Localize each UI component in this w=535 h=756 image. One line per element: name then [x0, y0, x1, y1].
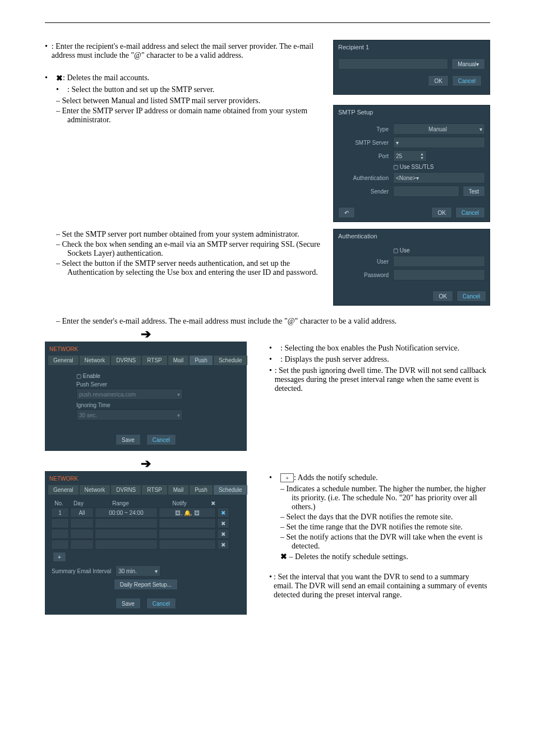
password-field[interactable] — [393, 269, 485, 280]
body-text: – Enter the sender's e-mail address. The… — [45, 317, 490, 326]
tab-schedule[interactable]: Schedule — [214, 356, 247, 365]
port-field[interactable]: 25▲▼ — [393, 150, 427, 162]
tab-mail[interactable]: Mail — [168, 356, 188, 365]
field-label: Port — [338, 153, 393, 159]
cell-range[interactable]: 00:00 ~ 24:00 — [95, 508, 158, 518]
field-label: Password — [338, 272, 393, 278]
network-schedule-panel: NETWORK General Network DVRNS RTSP Mail … — [45, 471, 247, 615]
dialog-title: Recipient 1 — [334, 40, 490, 54]
table-row: ✖ — [50, 518, 241, 528]
tab-rtsp[interactable]: RTSP — [142, 356, 167, 365]
field-label: SMTP Server — [338, 140, 393, 146]
tab-dvrns[interactable]: DVRNS — [111, 485, 141, 495]
ignoring-time-field[interactable]: 30 sec.▾ — [76, 409, 183, 421]
ok-button[interactable]: OK — [428, 75, 448, 86]
tab-general[interactable]: General — [48, 485, 79, 495]
body-text: – Deletes the notify schedule settings. — [289, 552, 408, 561]
body-text: : Deletes the mail accounts. — [63, 73, 149, 83]
table-row: 1 All 00:00 ~ 24:00 🖾, 🔔, 🖾 ✖ — [50, 508, 241, 518]
cell-notify[interactable]: 🖾, 🔔, 🖾 — [159, 508, 216, 518]
body-text: : Set the interval that you want the DVR… — [274, 573, 490, 600]
delete-icon: ✖ — [56, 73, 63, 83]
field-label: Push Server — [76, 381, 238, 388]
body-text: – Indicates a schedule number. The highe… — [269, 485, 490, 511]
arrow-icon: ➔ — [45, 457, 247, 471]
ok-button[interactable]: OK — [432, 291, 453, 302]
body-text: : Set the push ignoring dwell time. The … — [275, 366, 490, 393]
manual-dropdown[interactable]: Manual ▾ — [451, 58, 485, 70]
cell-no: 1 — [51, 508, 69, 518]
cancel-button[interactable]: Cancel — [452, 75, 482, 86]
tab-push[interactable]: Push — [190, 485, 213, 495]
push-server-field[interactable]: push.revoamerica.com▾ — [76, 389, 183, 400]
ssl-checkbox[interactable]: ▢ Use SSL/TLS — [393, 164, 433, 170]
body-text: : Select the button and set up the SMTP … — [67, 85, 214, 94]
col-header: Range — [90, 500, 151, 506]
daily-report-button[interactable]: Daily Report Setup... — [114, 579, 178, 590]
tab-dvrns[interactable]: DVRNS — [111, 356, 141, 365]
user-field[interactable] — [393, 256, 485, 267]
smtp-dialog: SMTP Setup TypeManual▾ SMTP Server▾ Port… — [333, 105, 490, 222]
body-text: – Enter the SMTP server IP address or do… — [45, 107, 322, 125]
field-label: User — [338, 259, 393, 265]
back-button[interactable]: ↶ — [338, 207, 355, 218]
body-text: – Select the days that the DVR notifies … — [269, 513, 490, 522]
body-text: – Select between Manual and listed SMTP … — [45, 96, 322, 105]
col-header: Notify — [151, 500, 207, 506]
add-schedule-button[interactable]: + — [53, 552, 66, 562]
cell-day[interactable]: All — [70, 508, 94, 518]
save-button[interactable]: Save — [116, 598, 141, 609]
network-push-panel: NETWORK General Network DVRNS RTSP Mail … — [45, 342, 247, 451]
arrow-icon: ➔ — [45, 327, 247, 342]
cancel-button[interactable]: Cancel — [455, 207, 485, 218]
delete-icon: ✖ — [280, 552, 289, 561]
body-text: : Displays the push server address. — [280, 355, 389, 364]
tab-network[interactable]: Network — [80, 485, 110, 495]
field-label: Type — [338, 126, 393, 132]
dialog-title: SMTP Setup — [334, 105, 490, 119]
tab-schedule[interactable]: Schedule — [214, 485, 247, 495]
panel-heading: NETWORK — [49, 346, 243, 352]
body-text: : Enter the recipient's e-mail address a… — [52, 42, 322, 60]
recipient-field[interactable] — [338, 58, 448, 70]
plus-icon: + — [280, 473, 294, 482]
body-text: : Selecting the box enables the Push Not… — [280, 344, 459, 353]
panel-heading: NETWORK — [49, 476, 243, 482]
body-text: : Adds the notify schedule. — [294, 473, 378, 482]
enable-checkbox[interactable]: ▢ Enable — [76, 373, 238, 379]
summary-interval-field[interactable]: 30 min.▾ — [116, 565, 160, 577]
tab-general[interactable]: General — [48, 356, 79, 365]
table-row: ✖ — [50, 540, 241, 550]
test-button[interactable]: Test — [463, 186, 485, 197]
tab-network[interactable]: Network — [80, 356, 110, 365]
auth-field[interactable]: <None>▾ — [393, 172, 485, 183]
delete-row-icon[interactable]: ✖ — [217, 508, 229, 518]
type-field[interactable]: Manual▾ — [393, 123, 485, 135]
cancel-button[interactable]: Cancel — [146, 434, 176, 445]
server-field[interactable]: ▾ — [393, 137, 485, 148]
delete-row-icon: ✖ — [217, 540, 229, 550]
tab-push[interactable]: Push — [190, 356, 213, 365]
delete-row-icon: ✖ — [217, 518, 229, 528]
field-label: Sender — [338, 188, 393, 195]
body-text: – Set the SMTP server port number obtain… — [45, 230, 322, 239]
body-text: – Set the notify actions that the DVR wi… — [269, 533, 490, 551]
recipient-dialog: Recipient 1 Manual ▾ OK Cancel — [333, 40, 490, 95]
field-label: Ignoring Time — [76, 402, 238, 408]
field-label: Summary Email Interval — [52, 568, 111, 574]
save-button[interactable]: Save — [116, 434, 141, 445]
cancel-button[interactable]: Cancel — [456, 291, 486, 302]
tab-rtsp[interactable]: RTSP — [142, 485, 167, 495]
tab-mail[interactable]: Mail — [168, 485, 188, 495]
sender-field[interactable] — [393, 186, 459, 197]
table-row: ✖ — [50, 529, 241, 539]
ok-button[interactable]: OK — [431, 207, 451, 218]
use-checkbox[interactable]: ▢ Use — [393, 247, 410, 253]
auth-dialog: Authentication ▢ Use User Password OK Ca… — [333, 229, 490, 306]
col-header: No. — [50, 500, 67, 506]
col-header: Day — [67, 500, 90, 506]
cancel-button[interactable]: Cancel — [146, 598, 176, 609]
col-header: ✖ — [207, 500, 219, 506]
dialog-title: Authentication — [334, 229, 490, 243]
body-text: – Set the time range that the DVR notifi… — [269, 523, 490, 532]
